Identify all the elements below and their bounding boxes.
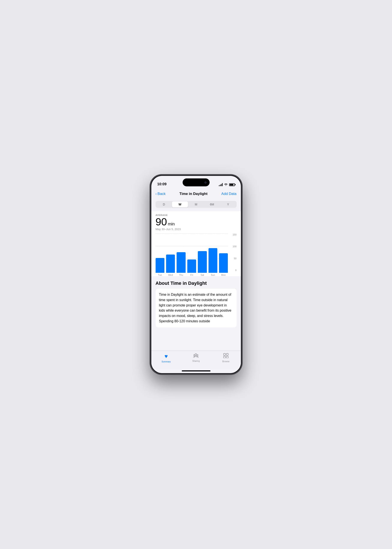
svg-point-1 [194,355,195,356]
home-bar [182,370,210,371]
chart-value: 90 min [156,217,237,227]
chevron-left-icon: ‹ [156,192,157,196]
battery-icon [229,183,235,186]
bar-label-fri: Fri [190,274,193,276]
segment-week[interactable]: W [172,201,188,207]
chart-bars: Tue Wed Thu Fri Sat Sun Mon [156,238,228,276]
about-card: Time in Daylight is an estimate of the a… [156,289,237,328]
bar-col-tue: Tue [156,238,164,276]
svg-rect-4 [226,353,228,355]
bar-col-mon: Mon [219,238,228,276]
bar-sat [198,251,207,273]
svg-rect-6 [226,356,228,358]
tab-summary[interactable]: ♥ Summary [151,353,181,363]
bar-label-thu: Thu [179,274,183,276]
tab-sharing-label: Sharing [192,360,200,362]
segment-month[interactable]: M [188,201,204,207]
svg-point-2 [197,355,198,356]
chart-unit: min [168,221,175,227]
bar-tue [156,258,164,273]
bar-label-sun: Sun [211,274,215,276]
bar-col-sat: Sat [198,238,207,276]
bar-label-mon: Mon [221,274,226,276]
bar-label-wed: Wed [168,274,173,276]
svg-rect-5 [224,356,225,358]
svg-rect-3 [224,353,225,355]
bar-col-fri: Fri [187,238,196,276]
dynamic-island [183,178,210,186]
about-title: About Time in Daylight [156,280,237,286]
bar-label-sat: Sat [201,274,204,276]
heart-icon: ♥ [164,353,168,360]
segment-sixmonth[interactable]: 6M [204,201,220,207]
bar-mon [219,253,228,273]
phone-screen: 10:09 [151,176,241,373]
average-label: AVERAGE [156,211,237,216]
tab-bar: ♥ Summary Sharing [151,351,241,368]
content-area: D W M 6M Y AVERAGE 90 min May 30–Jun 5, … [151,199,241,351]
bar-col-thu: Thu [177,238,185,276]
tab-browse[interactable]: Browse [211,353,241,363]
chart-date-range: May 30–Jun 5, 2023 [156,228,237,231]
browse-icon [223,353,229,359]
phone-device: 10:09 [150,175,242,374]
tab-summary-label: Summary [161,361,171,363]
tab-sharing[interactable]: Sharing [181,353,211,362]
status-icons [219,183,235,186]
bar-wed [166,255,175,273]
page-title: Time in Daylight [179,192,208,196]
bar-chart: Tue Wed Thu Fri Sat Sun Mon 150 100 50 [156,233,237,276]
wifi-icon [224,183,228,186]
back-button[interactable]: ‹ Back [156,192,166,196]
bar-label-tue: Tue [158,274,162,276]
signal-icon [219,183,223,186]
tab-browse-label: Browse [222,360,229,363]
add-data-button[interactable]: Add Data [221,192,237,196]
bar-fri [187,259,196,273]
svg-point-0 [195,354,197,355]
sharing-icon [193,353,199,359]
about-section: About Time in Daylight Time in Daylight … [151,276,241,330]
home-indicator [151,368,241,373]
time-segment-control[interactable]: D W M 6M Y [156,201,237,208]
camera-dot [204,181,207,184]
nav-bar: ‹ Back Time in Daylight Add Data [151,188,241,199]
back-label: Back [158,192,166,196]
bar-col-sun: Sun [209,238,217,276]
chart-number: 90 [156,217,167,227]
bar-thu [177,252,185,273]
bar-col-wed: Wed [166,238,175,276]
segment-year[interactable]: Y [220,201,236,207]
chart-y-axis: 150 100 50 0 [229,233,237,271]
bar-sun [209,248,217,273]
segment-day[interactable]: D [156,201,172,207]
chart-section: AVERAGE 90 min May 30–Jun 5, 2023 Tue [151,211,241,276]
about-text: Time in Daylight is an estimate of the a… [159,292,233,324]
